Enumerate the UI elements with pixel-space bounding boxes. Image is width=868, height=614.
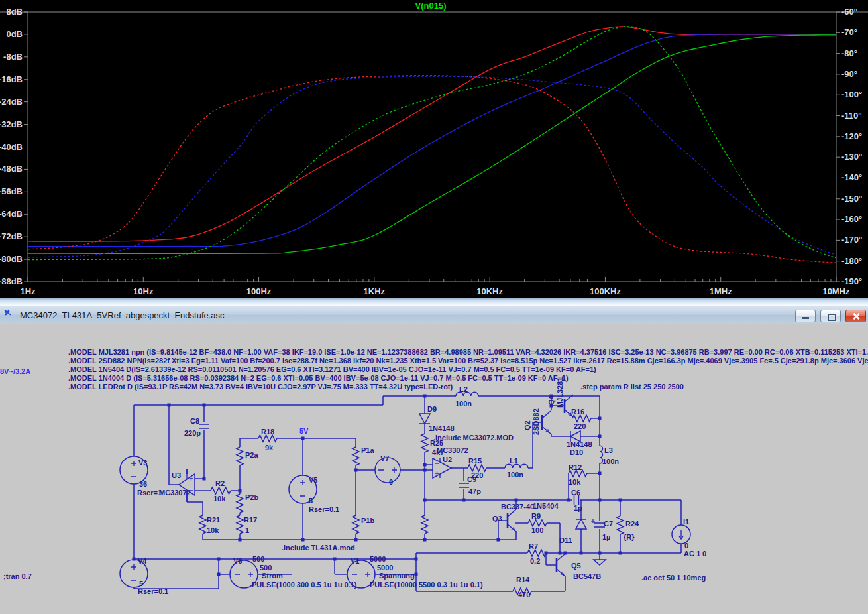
maximize-button[interactable]: [820, 310, 841, 322]
component-label: 8V~/3.2A: [0, 367, 30, 375]
wire-junction: [423, 499, 427, 502]
wire-junction: [559, 552, 562, 555]
schematic-window-titlebar[interactable]: MC34072_TL431A_5VRef_abgespeckt_Endstufe…: [0, 306, 868, 324]
component-label: Rser=1: [137, 489, 162, 497]
component-label: 5000: [377, 564, 393, 572]
wire-junction: [333, 558, 337, 561]
x-tick-label: 100KHz: [590, 286, 621, 296]
y-left-tick-label: -48dB: [0, 164, 23, 174]
component-label: R24: [625, 520, 639, 528]
y-left-tick-label: -88dB: [0, 276, 23, 286]
component-label: C7: [604, 520, 613, 528]
schematic-editor-pane[interactable]: .MODEL MJL3281 npn (IS=9.8145e-12 BF=438…: [0, 324, 868, 614]
wire-junction: [580, 552, 583, 555]
x-tick-label: 10KHz: [476, 286, 503, 296]
y-left-tick-label: 0dB: [6, 29, 23, 39]
y-left-tick-label: -56dB: [0, 186, 23, 196]
component-label: P1a: [361, 446, 374, 454]
component-label: BC547B: [573, 572, 601, 580]
component-label: 1N5404: [533, 502, 559, 510]
wire-junction: [423, 463, 427, 467]
component-label: C8: [190, 417, 199, 425]
wire-junction: [239, 489, 242, 493]
component-label: 470: [518, 591, 530, 599]
wire-junction: [423, 395, 427, 398]
ltspice-schematic-icon: [4, 308, 17, 322]
component-label: 220p: [184, 429, 201, 437]
component-label: 0: [684, 542, 688, 550]
component-label: 1p: [574, 504, 582, 512]
component-label: 36: [139, 480, 147, 488]
component-label: L3: [604, 446, 613, 454]
component-label: R7: [529, 542, 538, 550]
wire-junction: [415, 558, 418, 561]
component-label: V6: [233, 557, 242, 565]
component-label: D9: [427, 405, 437, 413]
spice-directive: ;tran 0.7: [3, 572, 32, 580]
x-tick-label: 100Hz: [246, 286, 272, 296]
y-right-tick-label: -140°: [841, 172, 862, 182]
minimize-button[interactable]: [795, 310, 816, 322]
component-label: Q5: [571, 562, 581, 570]
component-label: U2: [443, 456, 452, 463]
y-right-tick-label: -90°: [841, 69, 857, 79]
spice-directive: .MODEL 2SD882 NPN(Is=282f Xti=3 Eg=1.11 …: [68, 357, 868, 365]
pane-splitter[interactable]: [0, 298, 868, 306]
spice-directive: .MODEL MJL3281 npn (IS=9.8145e-12 BF=438…: [68, 348, 868, 356]
component-label: 500: [260, 564, 272, 572]
y-left-tick-label: -24dB: [0, 97, 23, 107]
wire-junction: [354, 469, 358, 472]
wire-junction: [462, 499, 466, 502]
component-label: Q3: [492, 515, 502, 522]
component-label: 1: [245, 526, 249, 534]
y-left-tick-label: -32dB: [0, 119, 23, 129]
y-right-tick-label: -70°: [841, 27, 857, 37]
wire-junction: [301, 538, 305, 542]
wire-junction: [619, 499, 622, 502]
component-label: 5: [139, 580, 143, 587]
wire-junction: [415, 573, 418, 576]
y-right-tick-label: -60°: [841, 7, 857, 17]
x-tick-label: 10MHz: [822, 286, 850, 296]
spice-directive: .step param R list 25 250 2500: [580, 383, 684, 391]
wire-junction: [423, 469, 427, 472]
component-label: Spannung: [379, 572, 415, 580]
waveform-viewer-pane[interactable]: V(n015)8dB0dB-8dB-16dB-24dB-32dB-40dB-48…: [0, 0, 868, 298]
x-tick-label: 1MHz: [710, 286, 732, 296]
wire-junction: [598, 435, 602, 438]
component-label: P2a: [245, 451, 258, 459]
component-label: V5: [309, 476, 317, 484]
component-label: 5000: [370, 555, 386, 563]
component-label: R17: [244, 516, 257, 524]
component-label: R12: [569, 463, 582, 471]
spice-directive: .MODEL LEDRot D (IS=93.1P RS=42M N=3.73 …: [68, 383, 453, 391]
component-label: PULSE(10000 5500 0.3 1u 1u 0.1): [370, 581, 483, 589]
component-label: 0.2: [530, 557, 540, 565]
y-right-tick-label: -110°: [841, 111, 862, 121]
y-right-tick-label: -120°: [841, 131, 862, 141]
component-label: 47p: [468, 487, 481, 495]
wire-junction: [354, 538, 358, 542]
component-label: 9k: [265, 444, 274, 452]
wire-junction: [301, 437, 305, 440]
component-label: 2SD882: [532, 408, 540, 435]
close-button[interactable]: [845, 310, 866, 322]
x-tick-label: 1Hz: [20, 286, 36, 296]
component-label: V3: [138, 459, 147, 467]
x-tick-label: 1KHz: [364, 286, 386, 296]
component-label: V4: [138, 557, 147, 565]
wire-junction: [567, 499, 570, 502]
component-label: MJL3281: [556, 377, 564, 408]
component-label: 10k: [207, 526, 219, 534]
component-label: R21: [207, 516, 220, 524]
component-label: R14: [516, 576, 530, 583]
component-label: 100n: [455, 400, 472, 408]
spice-directive: .MODEL 1N4004 D (IS=5.31656e-08 RS=0.039…: [68, 374, 569, 382]
component-label: AC 1 0: [684, 550, 706, 558]
component-label: R2: [215, 479, 225, 487]
y-left-tick-label: -40dB: [0, 142, 23, 152]
component-label: MC33072: [437, 446, 468, 454]
wire-junction: [598, 417, 602, 420]
component-label: Strom: [262, 572, 283, 580]
wire-junction: [423, 538, 427, 542]
